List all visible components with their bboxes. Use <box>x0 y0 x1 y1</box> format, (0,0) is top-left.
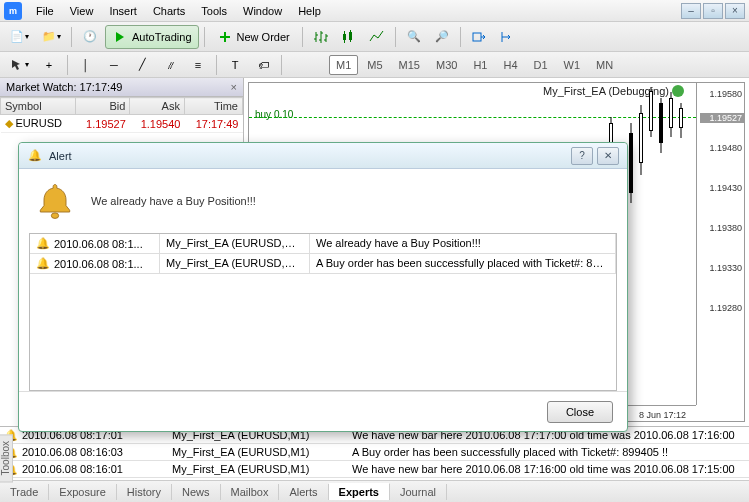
bell-icon: 🔔 <box>36 237 50 250</box>
crosshair-button[interactable]: + <box>36 53 62 77</box>
autotrading-label: AutoTrading <box>132 31 192 43</box>
separator <box>67 55 68 75</box>
alert-source: My_First_EA (EURUSD,M1) <box>160 254 310 273</box>
fibo-icon: ≡ <box>190 57 206 73</box>
tab-news[interactable]: News <box>172 484 221 500</box>
new-order-button[interactable]: New Order <box>210 25 297 49</box>
zoom-in-button[interactable]: 🔍 <box>401 25 427 49</box>
zoom-out-button[interactable]: 🔎 <box>429 25 455 49</box>
shift-button[interactable] <box>494 25 520 49</box>
timeframe-m15[interactable]: M15 <box>392 55 427 75</box>
dialog-help-button[interactable]: ? <box>571 147 593 165</box>
svg-rect-2 <box>220 36 230 38</box>
bars-icon <box>313 29 329 45</box>
col-bid[interactable]: Bid <box>75 98 130 115</box>
separator <box>302 27 303 47</box>
bell-icon: 🔔 <box>27 148 43 164</box>
menu-insert[interactable]: Insert <box>101 2 145 20</box>
tab-alerts[interactable]: Alerts <box>279 484 328 500</box>
dialog-alert-list: 🔔2010.06.08 08:1... My_First_EA (EURUSD,… <box>29 233 617 391</box>
col-ask[interactable]: Ask <box>130 98 185 115</box>
folder-icon: 📁 <box>41 29 57 45</box>
tab-trade[interactable]: Trade <box>0 484 49 500</box>
candle-chart-button[interactable] <box>336 25 362 49</box>
menu-file[interactable]: File <box>28 2 62 20</box>
timeframe-mn[interactable]: MN <box>589 55 620 75</box>
play-icon <box>112 29 128 45</box>
alert-time: 2010.06.08 08:1... <box>54 238 143 250</box>
channel-button[interactable]: ⫽ <box>157 53 183 77</box>
cursor-button[interactable]: ▾ <box>4 53 34 77</box>
y-axis: 1.19580 1.19527 1.19480 1.19430 1.19380 … <box>696 83 744 405</box>
menu-tools[interactable]: Tools <box>193 2 235 20</box>
market-watch-title: Market Watch: 17:17:49 × <box>0 78 243 97</box>
timeframe-m30[interactable]: M30 <box>429 55 464 75</box>
timeframe-m5[interactable]: M5 <box>360 55 389 75</box>
menu-window[interactable]: Window <box>235 2 290 20</box>
timeframe-h1[interactable]: H1 <box>466 55 494 75</box>
dialog-titlebar[interactable]: 🔔 Alert ? ✕ <box>19 143 627 169</box>
tab-exposure[interactable]: Exposure <box>49 484 116 500</box>
app-icon: m <box>4 2 22 20</box>
tab-history[interactable]: History <box>117 484 172 500</box>
time-cell: 17:17:49 <box>184 115 242 133</box>
vline-icon: │ <box>78 57 94 73</box>
new-order-label: New Order <box>237 31 290 43</box>
log-message: A Buy order has been successfully placed… <box>352 446 745 458</box>
separator <box>204 27 205 47</box>
log-row[interactable]: 🔔 2010.06.08 08:16:03 My_First_EA (EURUS… <box>0 444 749 461</box>
market-watch-close[interactable]: × <box>231 81 237 93</box>
toolbox-side-label[interactable]: Toolbox <box>0 434 13 482</box>
trendline-icon: ╱ <box>134 57 150 73</box>
menu-charts[interactable]: Charts <box>145 2 193 20</box>
market-watch-header: Symbol Bid Ask Time <box>1 98 243 115</box>
market-watch-toggle[interactable]: 🕐 <box>77 25 103 49</box>
market-watch-title-text: Market Watch: 17:17:49 <box>6 81 122 93</box>
zoom-out-icon: 🔎 <box>434 29 450 45</box>
trendline-button[interactable]: ╱ <box>129 53 155 77</box>
svg-marker-0 <box>116 32 124 42</box>
svg-point-8 <box>51 213 58 219</box>
alert-row[interactable]: 🔔2010.06.08 08:1... My_First_EA (EURUSD,… <box>30 234 616 254</box>
scroll-button[interactable] <box>466 25 492 49</box>
tab-mailbox[interactable]: Mailbox <box>221 484 280 500</box>
close-button[interactable]: Close <box>547 401 613 423</box>
hline-button[interactable]: ─ <box>101 53 127 77</box>
tab-journal[interactable]: Journal <box>390 484 447 500</box>
log-row[interactable]: 🔔 2010.06.08 08:16:01 My_First_EA (EURUS… <box>0 461 749 478</box>
y-tick: 1.19280 <box>698 303 742 313</box>
vline-button[interactable]: │ <box>73 53 99 77</box>
dialog-body: We already have a Buy Position!!! <box>19 169 627 233</box>
separator <box>395 27 396 47</box>
alert-row[interactable]: 🔔2010.06.08 08:1... My_First_EA (EURUSD,… <box>30 254 616 274</box>
crosshair-icon: + <box>41 57 57 73</box>
tab-experts[interactable]: Experts <box>329 483 390 500</box>
market-watch-row[interactable]: ◆EURUSD 1.19527 1.19540 17:17:49 <box>1 115 243 133</box>
alert-source: My_First_EA (EURUSD,M1) <box>160 234 310 253</box>
toolbox-log: 🔔 2010.06.08 08:17:01 My_First_EA (EURUS… <box>0 427 749 480</box>
label-button[interactable]: 🏷 <box>250 53 276 77</box>
bar-chart-button[interactable] <box>308 25 334 49</box>
timeframe-w1[interactable]: W1 <box>557 55 588 75</box>
col-time[interactable]: Time <box>184 98 242 115</box>
new-chart-button[interactable]: 📄▾ <box>4 25 34 49</box>
maximize-button[interactable]: ▫ <box>703 3 723 19</box>
autotrading-button[interactable]: AutoTrading <box>105 25 199 49</box>
dialog-message: We already have a Buy Position!!! <box>91 195 256 207</box>
timeframe-m1[interactable]: M1 <box>329 55 358 75</box>
timeframe-h4[interactable]: H4 <box>496 55 524 75</box>
text-icon: T <box>227 57 243 73</box>
text-button[interactable]: T <box>222 53 248 77</box>
fibo-button[interactable]: ≡ <box>185 53 211 77</box>
separator <box>281 55 282 75</box>
minimize-button[interactable]: – <box>681 3 701 19</box>
menu-help[interactable]: Help <box>290 2 329 20</box>
profiles-button[interactable]: 📁▾ <box>36 25 66 49</box>
menu-view[interactable]: View <box>62 2 102 20</box>
line-chart-button[interactable] <box>364 25 390 49</box>
timeframe-d1[interactable]: D1 <box>527 55 555 75</box>
dialog-close-button[interactable]: ✕ <box>597 147 619 165</box>
close-button[interactable]: × <box>725 3 745 19</box>
document-icon: 📄 <box>9 29 25 45</box>
col-symbol[interactable]: Symbol <box>1 98 76 115</box>
